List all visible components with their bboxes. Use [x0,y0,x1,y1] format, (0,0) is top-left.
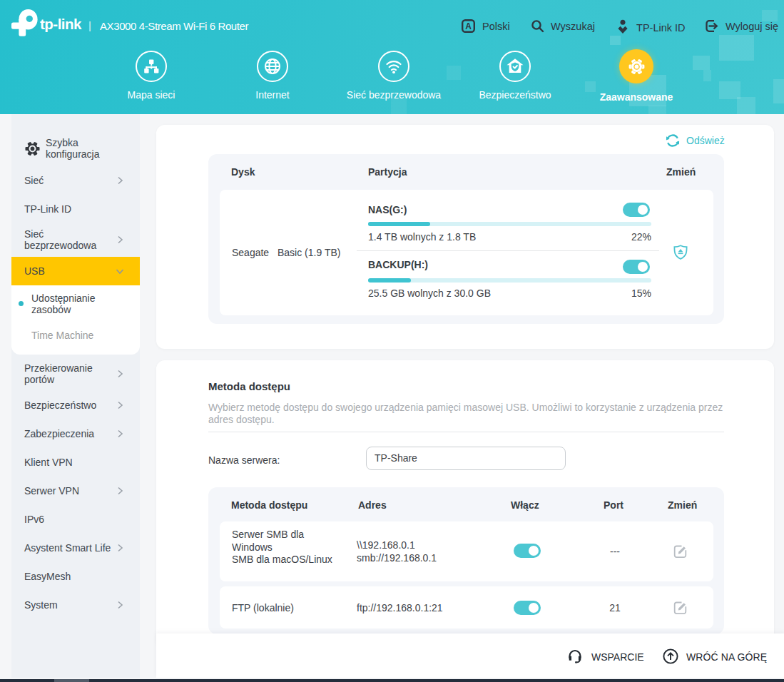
svg-text:A: A [465,21,472,31]
